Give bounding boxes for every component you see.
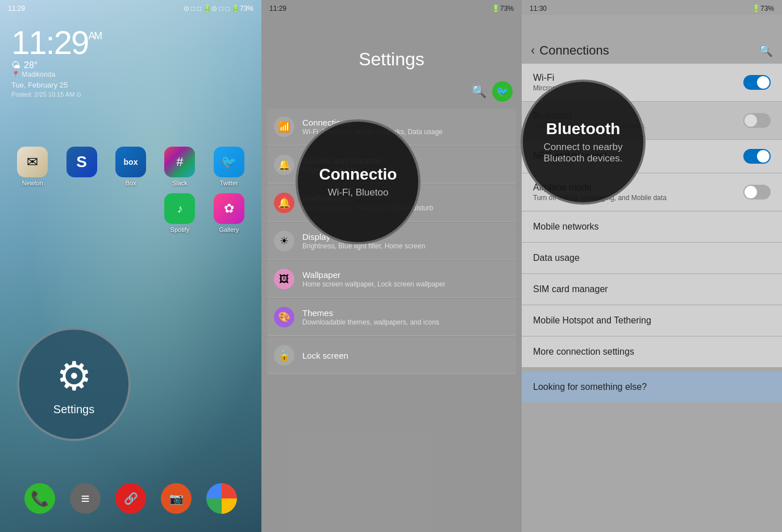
status-time-conn: 11:30 bbox=[530, 5, 547, 13]
settings-circle-label: Settings bbox=[53, 403, 94, 416]
clock-colon: : bbox=[46, 24, 54, 61]
themes-title: Themes bbox=[302, 308, 439, 318]
clock-hour: 11 bbox=[11, 24, 46, 61]
settings-item-wallpaper[interactable]: 🖼 Wallpaper Home screen wallpaper, Lock … bbox=[267, 261, 516, 298]
wallpaper-title: Wallpaper bbox=[302, 270, 445, 280]
bluetooth-overlay-sub: Connect to nearby Bluetooth devices. bbox=[534, 142, 632, 164]
wallpaper-text: Wallpaper Home screen wallpaper, Lock sc… bbox=[302, 270, 445, 288]
connections-page-title: Connections bbox=[539, 43, 759, 58]
connections-screen: 11:30 🔋73% ‹ Connections 🔍 Wi-Fi Mircroo… bbox=[522, 0, 782, 532]
hotspot-row[interactable]: Mobile Hotspot and Tethering bbox=[522, 305, 782, 336]
date-line: Tue, February 25 bbox=[11, 81, 250, 89]
dock-chrome[interactable] bbox=[206, 483, 237, 514]
dock-camera[interactable]: 📷 bbox=[161, 483, 192, 514]
location-label: 📍 Madikonda bbox=[11, 70, 250, 78]
newton-label: Newton bbox=[22, 180, 43, 186]
settings-circle-overlay[interactable]: ⚙ Settings bbox=[17, 327, 131, 441]
data-usage-row[interactable]: Data usage bbox=[522, 243, 782, 273]
spotify-label: Spotify bbox=[170, 226, 190, 233]
box-label: Box bbox=[126, 180, 136, 186]
app-empty2 bbox=[60, 193, 102, 233]
lockscreen-title: Lock screen bbox=[302, 351, 348, 360]
dock: 📞 ≡ 🔗 📷 bbox=[0, 476, 261, 521]
themes-icon: 🎨 bbox=[274, 307, 294, 327]
twitter-icon: 🐦 bbox=[214, 147, 244, 177]
s-icon: S bbox=[66, 147, 97, 177]
status-bar-home: 11:29 ⊙ □ □ 🔋⊙ □ □ 🔋73% bbox=[0, 0, 261, 15]
bluetooth-toggle[interactable] bbox=[743, 113, 771, 128]
big-clock: 11:29AM bbox=[11, 26, 250, 59]
app-slack[interactable]: # Slack bbox=[159, 147, 201, 186]
dock-menu[interactable]: ≡ bbox=[70, 483, 101, 514]
status-icons-home: ⊙ □ □ 🔋⊙ □ □ 🔋73% bbox=[184, 5, 253, 13]
app-s[interactable]: S bbox=[60, 147, 102, 186]
weather-widget: 🌤 28° bbox=[11, 60, 250, 70]
app-grid: ✉ Newton S box Box # Slack 🐦 Twitter ♪ S… bbox=[0, 101, 261, 244]
status-icons-settings: 🔋73% bbox=[492, 5, 514, 13]
back-button[interactable]: ‹ bbox=[531, 43, 535, 58]
clock-minute: 29 bbox=[54, 24, 89, 61]
lockscreen-text: Lock screen bbox=[302, 351, 348, 360]
connections-header: ‹ Connections 🔍 bbox=[522, 15, 782, 64]
settings-item-themes[interactable]: 🎨 Themes Downloadable themes, wallpapers… bbox=[267, 299, 516, 336]
status-time-settings: 11:29 bbox=[269, 5, 286, 13]
settings-search-row: 🔍 🐦 bbox=[261, 81, 522, 109]
wifi-toggle[interactable] bbox=[743, 75, 771, 90]
app-gallery[interactable]: ✿ Gallery bbox=[208, 193, 250, 233]
app-empty1 bbox=[11, 193, 53, 233]
connections-circle-overlay: Connectio Wi-Fi, Bluetoo bbox=[296, 119, 421, 244]
clock-am: AM bbox=[88, 31, 101, 41]
themes-text: Themes Downloadable themes, wallpapers, … bbox=[302, 308, 439, 326]
slack-icon: # bbox=[164, 147, 195, 177]
notifications-icon: 🔔 bbox=[274, 193, 294, 213]
dock-phone[interactable]: 📞 bbox=[24, 483, 55, 514]
connections-overlay-sub: Wi-Fi, Bluetoo bbox=[328, 187, 389, 198]
dock-bixby[interactable]: 🔗 bbox=[115, 483, 146, 514]
search-icon[interactable]: 🔍 bbox=[471, 84, 486, 99]
twitter-label: Twitter bbox=[220, 180, 238, 186]
status-time-home: 11:29 bbox=[8, 5, 25, 13]
status-icons-conn: 🔋73% bbox=[752, 5, 774, 13]
sounds-icon: 🔔 bbox=[274, 155, 294, 175]
sim-card-row[interactable]: SIM card manager bbox=[522, 274, 782, 305]
box-icon: box bbox=[115, 147, 146, 177]
display-icon: ☀ bbox=[274, 231, 294, 251]
connections-icon: 📶 bbox=[274, 117, 294, 137]
wifi-title: Wi-Fi bbox=[533, 73, 558, 83]
avatar-icon[interactable]: 🐦 bbox=[492, 81, 513, 102]
app-box[interactable]: box Box bbox=[110, 147, 152, 186]
spotify-icon: ♪ bbox=[164, 193, 195, 224]
home-screen: 11:29 ⊙ □ □ 🔋⊙ □ □ 🔋73% 11:29AM 🌤 28° 📍 … bbox=[0, 0, 261, 532]
settings-item-lockscreen[interactable]: 🔒 Lock screen bbox=[267, 337, 516, 374]
more-connection-row[interactable]: More connection settings bbox=[522, 336, 782, 367]
lockscreen-icon: 🔒 bbox=[274, 345, 294, 365]
app-spotify[interactable]: ♪ Spotify bbox=[159, 193, 201, 233]
cloud-icon: 🌤 bbox=[11, 60, 20, 70]
mobile-networks-row[interactable]: Mobile networks bbox=[522, 211, 782, 242]
connections-overlay-title: Connectio bbox=[319, 165, 397, 184]
themes-sub: Downloadable themes, wallpapers, and ico… bbox=[302, 318, 439, 326]
status-bar-settings: 11:29 🔋73% bbox=[261, 0, 522, 15]
app-empty3 bbox=[110, 193, 152, 233]
gallery-label: Gallery bbox=[219, 226, 239, 233]
settings-screen: 11:29 🔋73% Settings 🔍 🐦 📶 Connections Wi… bbox=[261, 0, 522, 532]
app-twitter[interactable]: 🐦 Twitter bbox=[208, 147, 250, 186]
looking-for-banner[interactable]: Looking for something else? bbox=[522, 372, 782, 402]
gallery-icon: ✿ bbox=[214, 193, 244, 224]
nfc-toggle[interactable] bbox=[743, 149, 771, 164]
newton-icon: ✉ bbox=[17, 147, 48, 177]
temperature: 28° bbox=[24, 60, 38, 70]
bluetooth-circle-overlay: Bluetooth Connect to nearby Bluetooth de… bbox=[522, 80, 646, 205]
notification-line: Posted: 2/25 10:15 AM ⊙ bbox=[11, 91, 250, 98]
settings-title: Settings bbox=[261, 15, 522, 81]
connections-search-button[interactable]: 🔍 bbox=[759, 44, 773, 57]
status-bar-conn: 11:30 🔋73% bbox=[522, 0, 782, 15]
wallpaper-icon: 🖼 bbox=[274, 269, 294, 289]
gear-icon: ⚙ bbox=[56, 353, 92, 400]
bluetooth-overlay-title: Bluetooth bbox=[546, 120, 621, 138]
app-newton[interactable]: ✉ Newton bbox=[11, 147, 53, 186]
clock-widget: 11:29AM 🌤 28° 📍 Madikonda Tue, February … bbox=[0, 15, 261, 101]
airplane-toggle[interactable] bbox=[743, 185, 771, 200]
wallpaper-sub: Home screen wallpaper, Lock screen wallp… bbox=[302, 280, 445, 288]
slack-label: Slack bbox=[172, 180, 188, 186]
